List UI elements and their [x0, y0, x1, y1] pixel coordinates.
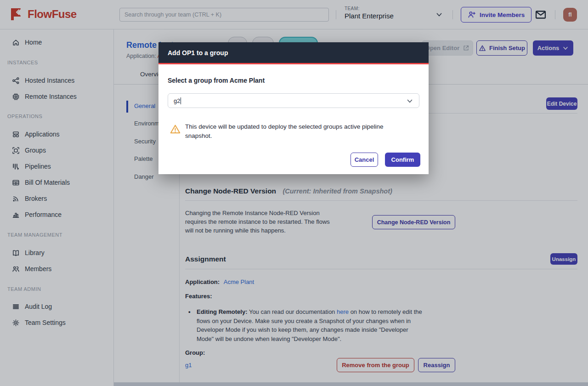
- dialog-title: Add OP1 to a group: [168, 49, 228, 57]
- cancel-button[interactable]: Cancel: [351, 153, 378, 167]
- group-select-input[interactable]: g2: [168, 93, 419, 108]
- dialog-body: Select a group from Acme Plant g2 This d…: [158, 64, 429, 174]
- app-root: FlowFuse TEAM: Plant Enterprise Invite M…: [0, 0, 588, 386]
- warning-message: This device will be updated to deploy th…: [185, 122, 401, 141]
- confirm-button[interactable]: Confirm: [385, 153, 420, 167]
- dialog-header: Add OP1 to a group: [158, 42, 429, 63]
- group-select-value: g2: [174, 97, 180, 104]
- add-to-group-dialog: Add OP1 to a group Select a group from A…: [158, 42, 429, 174]
- group-select-label: Select a group from Acme Plant: [168, 77, 265, 84]
- chevron-down-icon[interactable]: [406, 97, 413, 105]
- warning-triangle-icon: [170, 124, 181, 135]
- text-caret: [181, 97, 181, 104]
